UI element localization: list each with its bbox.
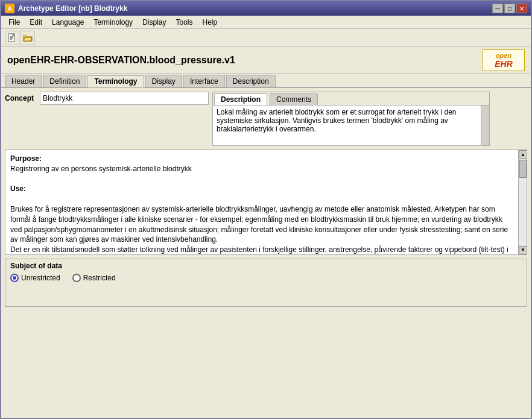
archetype-id: openEHR-EHR-OBSERVATION.blood_pressure.v… <box>7 55 483 66</box>
purpose-text-area: Purpose: Registrering av en persons syst… <box>5 150 527 254</box>
toolbar <box>1 29 531 47</box>
subject-title: Subject of data <box>10 262 522 270</box>
open-file-button[interactable] <box>21 31 35 45</box>
top-content: Concept Description Comments Lokal målin… <box>5 92 527 146</box>
bottom-spacer <box>5 310 527 415</box>
logo-line2: EHR <box>495 59 513 69</box>
menu-bar: File Edit Language Terminology Display T… <box>1 16 531 29</box>
description-panel-box: Description Comments Lokal måling av art… <box>212 92 490 146</box>
main-content: Concept Description Comments Lokal målin… <box>1 88 531 418</box>
scroll-track <box>519 159 527 246</box>
description-content: Lokal måling av arterielt blodtrykk som … <box>213 106 489 145</box>
minimize-button[interactable]: ─ <box>492 4 503 13</box>
desc-tab-comments[interactable]: Comments <box>270 93 318 105</box>
tab-description[interactable]: Description <box>226 75 276 87</box>
purpose-scrollbar[interactable]: ▲ ▼ <box>518 150 527 254</box>
app-icon: A <box>5 4 14 13</box>
radio-restricted[interactable]: Restricted <box>72 274 116 282</box>
radio-label-unrestricted: Unrestricted <box>21 274 60 282</box>
purpose-label: Purpose: <box>10 154 42 163</box>
description-tab-bar: Description Comments <box>213 92 489 106</box>
radio-unrestricted[interactable]: Unrestricted <box>10 274 60 282</box>
logo-line1: open <box>496 52 511 59</box>
menu-display[interactable]: Display <box>138 17 171 28</box>
new-file-icon <box>7 33 17 43</box>
description-panel: Description Comments Lokal måling av art… <box>212 92 490 146</box>
tab-header[interactable]: Header <box>5 75 42 87</box>
menu-edit[interactable]: Edit <box>25 17 47 28</box>
openehr-logo: open EHR <box>483 49 525 71</box>
menu-terminology[interactable]: Terminology <box>89 17 138 28</box>
header-area: openEHR-EHR-OBSERVATION.blood_pressure.v… <box>1 47 531 74</box>
window-title: Archetype Editor [nb] Blodtrykk <box>18 4 492 13</box>
use-content-2: Det er en rik tilstandsmodell som støtte… <box>10 245 515 254</box>
window-controls: ─ □ ✕ <box>492 4 527 13</box>
scroll-up-button[interactable]: ▲ <box>519 150 527 159</box>
tab-terminology[interactable]: Terminology <box>87 75 144 87</box>
maximize-button[interactable]: □ <box>504 4 515 13</box>
new-file-button[interactable] <box>5 31 19 45</box>
use-content: Brukes for å registrere representasjonen… <box>10 204 515 245</box>
concept-input[interactable] <box>40 92 209 105</box>
purpose-content: Registrering av en persons systemisk-art… <box>10 164 515 174</box>
description-text: Lokal måling av arterielt blodtrykk som … <box>217 108 457 133</box>
radio-circle-restricted[interactable] <box>72 274 81 282</box>
tab-interface[interactable]: Interface <box>183 75 225 87</box>
radio-group: Unrestricted Restricted <box>10 274 522 282</box>
tab-display[interactable]: Display <box>145 75 182 87</box>
title-bar: A Archetype Editor [nb] Blodtrykk ─ □ ✕ <box>1 1 531 16</box>
concept-row: Concept <box>5 92 209 105</box>
radio-label-restricted: Restricted <box>83 274 116 282</box>
concept-label: Concept <box>5 94 35 102</box>
description-scrollbar[interactable] <box>481 106 489 145</box>
menu-language[interactable]: Language <box>47 17 89 28</box>
menu-tools[interactable]: Tools <box>171 17 197 28</box>
tab-definition[interactable]: Definition <box>43 75 86 87</box>
desc-tab-description[interactable]: Description <box>214 93 267 105</box>
scroll-down-button[interactable]: ▼ <box>519 246 527 254</box>
purpose-section: Purpose: Registrering av en persons syst… <box>5 150 527 255</box>
open-folder-icon <box>23 33 33 43</box>
scroll-thumb[interactable] <box>519 160 527 178</box>
radio-circle-unrestricted[interactable] <box>10 274 19 282</box>
use-label: Use: <box>10 184 26 193</box>
close-button[interactable]: ✕ <box>516 4 527 13</box>
tab-bar: Header Definition Terminology Display In… <box>1 74 531 88</box>
main-window: A Archetype Editor [nb] Blodtrykk ─ □ ✕ … <box>0 0 532 419</box>
menu-file[interactable]: File <box>4 17 25 28</box>
menu-help[interactable]: Help <box>198 17 223 28</box>
subject-section: Subject of data Unrestricted Restricted <box>5 259 527 307</box>
